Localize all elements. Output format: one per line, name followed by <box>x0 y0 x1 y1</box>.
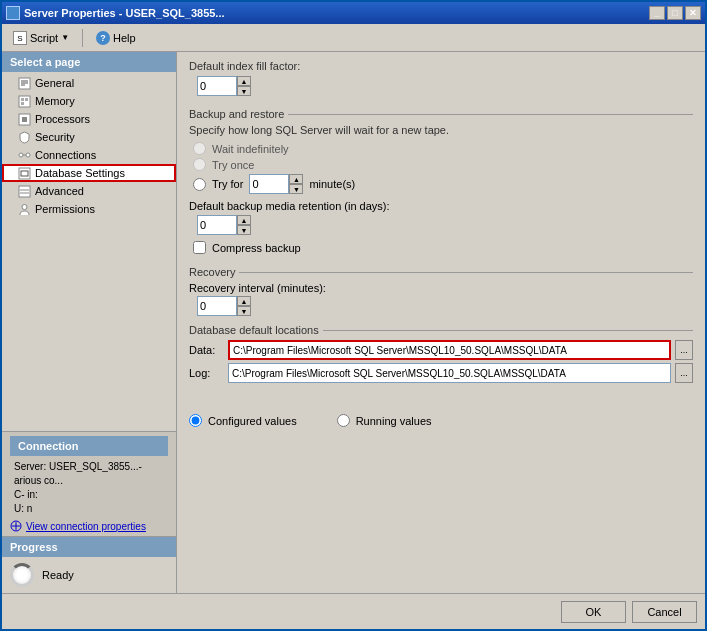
fill-factor-row: ▲ ▼ <box>197 76 693 96</box>
sidebar-item-database-settings[interactable]: Database Settings <box>2 164 176 182</box>
database-settings-icon <box>18 167 31 180</box>
fill-factor-up[interactable]: ▲ <box>237 76 251 86</box>
sidebar-item-permissions[interactable]: Permissions <box>2 200 176 218</box>
svg-point-11 <box>26 153 30 157</box>
close-button[interactable]: ✕ <box>685 6 701 20</box>
try-for-spinbox: ▲ ▼ <box>249 174 303 194</box>
help-label: Help <box>113 32 136 44</box>
sidebar-items: General Memory Processors Security Conne… <box>2 72 176 431</box>
processors-icon <box>18 113 31 126</box>
title-bar-left: Server Properties - USER_SQL_3855... <box>6 6 225 20</box>
script-button[interactable]: S Script ▼ <box>6 27 76 49</box>
wait-indefinitely-radio[interactable] <box>193 142 206 155</box>
recovery-spinbox-row: ▲ ▼ <box>197 296 693 316</box>
connection-section: Connection Server: USER_SQL_3855...-ario… <box>2 431 176 536</box>
recovery-section: Recovery Recovery interval (minutes): ▲ … <box>189 266 693 316</box>
progress-section: Progress Ready <box>2 536 176 593</box>
sidebar-item-security[interactable]: Security <box>2 128 176 146</box>
minimize-button[interactable]: _ <box>649 6 665 20</box>
connections-icon <box>18 149 31 162</box>
try-for-up[interactable]: ▲ <box>289 174 303 184</box>
retention-spinbox-row: ▲ ▼ <box>197 215 693 235</box>
log-location-row: Log: ... <box>189 363 693 383</box>
sidebar-item-advanced[interactable]: Advanced <box>2 182 176 200</box>
recovery-down[interactable]: ▼ <box>237 306 251 316</box>
compress-backup-checkbox[interactable] <box>193 241 206 254</box>
connection-info: Server: USER_SQL_3855...-arious co... C-… <box>10 460 168 516</box>
right-panel: Default index fill factor: ▲ ▼ Backup an… <box>177 52 705 593</box>
locations-section: Database default locations Data: ... Log… <box>189 324 693 386</box>
server-properties-window: Server Properties - USER_SQL_3855... _ □… <box>0 0 707 631</box>
locations-line <box>323 330 693 331</box>
connection-header: Connection <box>10 436 168 456</box>
svg-rect-4 <box>19 96 30 107</box>
running-values-radio[interactable] <box>337 414 350 427</box>
recovery-line <box>239 272 693 273</box>
try-once-radio[interactable] <box>193 158 206 171</box>
sidebar-item-memory[interactable]: Memory <box>2 92 176 110</box>
wait-indefinitely-row: Wait indefinitely <box>189 142 693 155</box>
try-for-label: Try for <box>212 178 243 190</box>
try-for-input[interactable] <box>249 174 289 194</box>
main-content: Select a page General Memory Processors <box>2 52 705 593</box>
configured-values-radio[interactable] <box>189 414 202 427</box>
data-browse-button[interactable]: ... <box>675 340 693 360</box>
compress-backup-label: Compress backup <box>212 242 301 254</box>
sidebar-item-connections[interactable]: Connections <box>2 146 176 164</box>
svg-rect-9 <box>22 117 27 122</box>
retention-input[interactable] <box>197 215 237 235</box>
memory-icon <box>18 95 31 108</box>
compress-backup-row: Compress backup <box>189 241 693 254</box>
sidebar-item-processors[interactable]: Processors <box>2 110 176 128</box>
maximize-button[interactable]: □ <box>667 6 683 20</box>
try-for-radio[interactable] <box>193 178 206 191</box>
script-dropdown-arrow: ▼ <box>61 33 69 42</box>
retention-up[interactable]: ▲ <box>237 215 251 225</box>
progress-spinner <box>10 563 34 587</box>
security-icon <box>18 131 31 144</box>
cancel-button[interactable]: Cancel <box>632 601 697 623</box>
fill-factor-section: Default index fill factor: ▲ ▼ <box>189 60 693 100</box>
backup-restore-title: Backup and restore <box>189 108 693 120</box>
sidebar-item-memory-label: Memory <box>35 95 75 107</box>
backup-restore-line <box>288 114 693 115</box>
script-label: Script <box>30 32 58 44</box>
ok-button[interactable]: OK <box>561 601 626 623</box>
data-location-row: Data: ... <box>189 340 693 360</box>
recovery-spinbox: ▲ ▼ <box>197 296 693 316</box>
fill-factor-down[interactable]: ▼ <box>237 86 251 96</box>
connection-row3: U: n <box>14 502 164 516</box>
window-title: Server Properties - USER_SQL_3855... <box>24 7 225 19</box>
data-location-input[interactable] <box>228 340 671 360</box>
svg-point-10 <box>19 153 23 157</box>
try-for-down[interactable]: ▼ <box>289 184 303 194</box>
try-once-row: Try once <box>189 158 693 171</box>
try-for-spin-btns: ▲ ▼ <box>289 174 303 194</box>
recovery-interval-input[interactable] <box>197 296 237 316</box>
configured-values-label: Configured values <box>208 415 297 427</box>
log-browse-button[interactable]: ... <box>675 363 693 383</box>
log-location-input[interactable] <box>228 363 671 383</box>
data-location-label: Data: <box>189 344 224 356</box>
sidebar-item-database-settings-label: Database Settings <box>35 167 125 179</box>
try-for-row: Try for ▲ ▼ minute(s) <box>189 174 693 194</box>
backup-restore-section: Backup and restore Specify how long SQL … <box>189 108 693 258</box>
view-connection-label: View connection properties <box>26 521 146 532</box>
connection-row2: C- in: <box>14 488 164 502</box>
sidebar-header: Select a page <box>2 52 176 72</box>
recovery-up[interactable]: ▲ <box>237 296 251 306</box>
sidebar-item-general[interactable]: General <box>2 74 176 92</box>
server-row: Server: USER_SQL_3855...-arious co... <box>14 460 164 488</box>
recovery-interval-label: Recovery interval (minutes): <box>189 282 326 294</box>
view-connection-link[interactable]: View connection properties <box>10 520 168 532</box>
recovery-title: Recovery <box>189 266 693 278</box>
help-button[interactable]: ? Help <box>89 27 143 49</box>
general-icon <box>18 77 31 90</box>
fill-factor-input[interactable] <box>197 76 237 96</box>
svg-rect-5 <box>21 98 24 101</box>
retention-down[interactable]: ▼ <box>237 225 251 235</box>
sidebar-item-connections-label: Connections <box>35 149 96 161</box>
fill-factor-spin-btns: ▲ ▼ <box>237 76 251 96</box>
retention-spinbox: ▲ ▼ <box>197 215 693 235</box>
toolbar-separator <box>82 29 83 47</box>
